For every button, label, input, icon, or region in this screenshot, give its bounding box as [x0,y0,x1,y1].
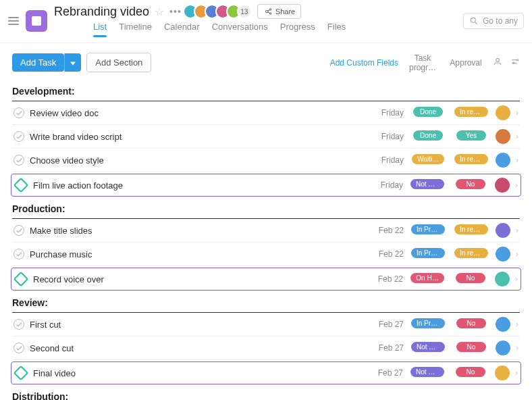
more-icon[interactable]: ••• [169,6,182,17]
task-name[interactable]: Review video doc [30,108,356,118]
approval-pill[interactable]: No [456,273,485,283]
chevron-right-icon[interactable]: › [515,274,518,284]
progress-pill[interactable]: In Pro… [411,224,445,234]
section-title[interactable]: Development: [12,82,520,101]
add-section-button[interactable]: Add Section [86,53,151,72]
task-name[interactable]: Record voice over [33,274,356,284]
approval-pill[interactable]: No [456,179,485,189]
column-approval[interactable]: Approval [447,58,485,68]
approval-pill[interactable]: In rev… [454,154,488,164]
tab-timeline[interactable]: Timeline [119,19,152,37]
assignee-avatar[interactable] [496,223,510,238]
progress-pill[interactable]: In Pro… [411,248,445,258]
task-row[interactable]: Film live action footageFridayNot S…No› [11,174,521,197]
due-date[interactable]: Friday [361,180,403,190]
approval-pill[interactable]: Yes [456,130,486,141]
task-row[interactable]: Purchase musicFeb 22In Pro…In rev…› [12,243,520,266]
member-avatars[interactable]: 13 [187,4,252,19]
approval-pill[interactable]: No [456,342,486,352]
section-title[interactable]: Production: [12,199,520,219]
chevron-right-icon[interactable]: › [516,320,518,329]
approval-pill[interactable]: In rev… [454,248,488,258]
section-title[interactable]: Distribution: [12,387,520,400]
chevron-right-icon[interactable]: › [516,343,518,353]
due-date[interactable]: Friday [362,155,404,165]
progress-pill[interactable]: Not S… [411,342,445,352]
task-name[interactable]: Write brand video script [30,132,356,142]
assignee-avatar[interactable] [496,341,510,355]
due-date[interactable]: Feb 22 [362,249,404,259]
tab-list[interactable]: List [93,19,107,37]
approval-pill[interactable]: In rev… [454,107,488,117]
complete-checkbox[interactable] [14,131,24,142]
chevron-right-icon[interactable]: › [516,155,518,165]
milestone-icon[interactable] [14,366,29,381]
progress-pill[interactable]: Not S… [410,367,444,377]
due-date[interactable]: Friday [362,108,404,118]
assignee-avatar[interactable] [495,178,510,193]
chevron-right-icon[interactable]: › [516,226,518,235]
task-row[interactable]: Write brand video scriptFridayDoneYes› [12,125,520,149]
member-count[interactable]: 13 [237,4,252,19]
settings-icon[interactable] [510,57,520,68]
add-task-button[interactable]: Add Task [12,53,64,72]
task-name[interactable]: First cut [30,320,356,330]
complete-checkbox[interactable] [14,107,24,118]
assignee-avatar[interactable] [496,317,510,332]
due-date[interactable]: Feb 27 [362,320,404,329]
chevron-right-icon[interactable]: › [516,132,518,141]
assignee-avatar[interactable] [496,105,510,120]
due-date[interactable]: Feb 22 [362,226,404,235]
menu-icon[interactable] [8,17,19,25]
task-name[interactable]: Purchase music [30,249,356,259]
task-row[interactable]: Choose video styleFridayWaiti…In rev…› [12,149,520,172]
project-icon[interactable] [26,10,47,32]
milestone-icon[interactable] [14,272,29,287]
assignee-avatar[interactable] [496,153,510,168]
tab-calendar[interactable]: Calendar [164,19,200,37]
complete-checkbox[interactable] [14,343,24,353]
due-date[interactable]: Feb 27 [361,368,403,378]
due-date[interactable]: Feb 22 [361,274,403,284]
section-title[interactable]: Review: [12,293,520,313]
complete-checkbox[interactable] [14,225,24,236]
complete-checkbox[interactable] [14,155,24,166]
approval-pill[interactable]: No [456,367,485,377]
progress-pill[interactable]: Done [413,130,443,141]
progress-pill[interactable]: On H… [410,273,444,283]
task-name[interactable]: Second cut [30,343,356,353]
progress-pill[interactable]: Waiti… [412,154,444,164]
assignee-avatar[interactable] [496,247,510,261]
assignee-avatar[interactable] [496,129,510,144]
tab-progress[interactable]: Progress [280,19,315,37]
tab-files[interactable]: Files [327,19,346,37]
task-name[interactable]: Choose video style [30,155,356,166]
milestone-icon[interactable] [14,178,29,193]
assignee-avatar[interactable] [495,366,510,380]
progress-pill[interactable]: In Pro… [411,318,445,328]
task-name[interactable]: Make title slides [30,226,356,236]
task-name[interactable]: Final video [33,368,356,378]
task-row[interactable]: First cutFeb 27In Pro…No› [12,313,520,336]
task-row[interactable]: Final videoFeb 27Not S…No› [11,361,521,384]
approval-pill[interactable]: No [456,318,486,328]
tab-conversations[interactable]: Conversations [212,19,268,37]
star-icon[interactable]: ☆ [155,5,164,18]
task-name[interactable]: Film live action footage [33,180,356,191]
progress-pill[interactable]: Not S… [410,179,444,189]
share-button[interactable]: Share [257,4,301,19]
search-input[interactable]: Go to any [463,13,524,29]
chevron-right-icon[interactable]: › [516,108,518,118]
people-icon[interactable] [490,57,505,68]
due-date[interactable]: Friday [362,132,404,141]
add-custom-fields-link[interactable]: Add Custom Fields [330,58,398,68]
assignee-avatar[interactable] [495,272,510,286]
complete-checkbox[interactable] [14,319,24,330]
add-task-dropdown[interactable] [64,53,81,72]
chevron-right-icon[interactable]: › [515,180,518,190]
task-row[interactable]: Second cutFeb 27Not S…No› [12,336,520,360]
due-date[interactable]: Feb 27 [362,343,404,353]
approval-pill[interactable]: In rev… [454,224,488,234]
task-row[interactable]: Record voice overFeb 22On H…No› [11,268,521,291]
chevron-right-icon[interactable]: › [515,368,518,378]
